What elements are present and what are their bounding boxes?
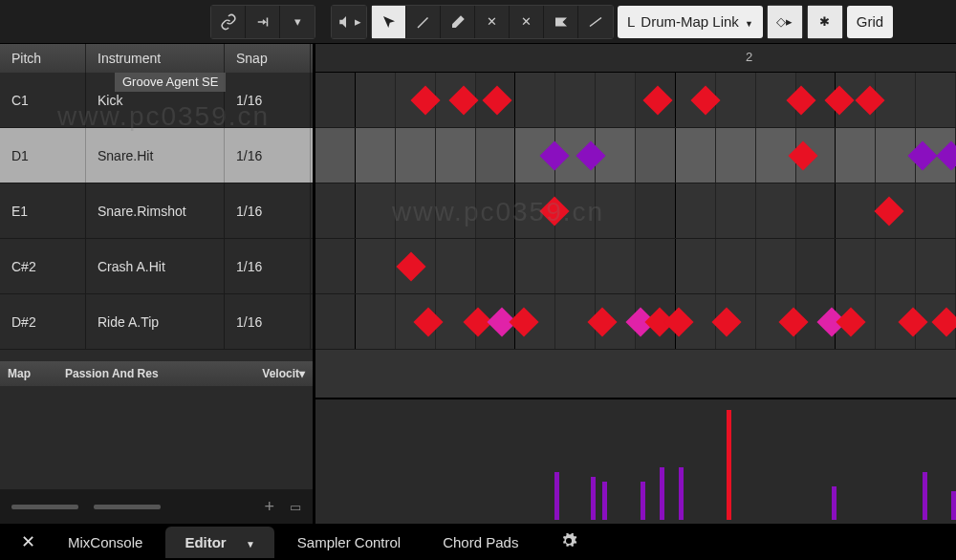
column-header-instrument[interactable]: Instrument — [86, 44, 225, 73]
tab-chord[interactable]: Chord Pads — [424, 527, 537, 558]
track-snap: 1/16 — [225, 73, 311, 127]
line-tool-icon[interactable] — [578, 6, 613, 38]
track-snap: 1/16 — [225, 128, 311, 183]
velocity-bar[interactable] — [591, 477, 596, 520]
velocity-bar[interactable] — [832, 486, 836, 520]
controller-label[interactable]: Velocit — [262, 367, 299, 380]
velocity-bar[interactable] — [727, 410, 731, 520]
track-instrument: Crash A.Hit — [86, 239, 225, 293]
velocity-bar[interactable] — [951, 491, 956, 520]
track-snap: 1/16 — [225, 294, 311, 349]
track-pitch: D1 — [0, 128, 86, 183]
track-snap: 1/16 — [225, 239, 311, 293]
map-label[interactable]: Map — [0, 361, 57, 386]
top-toolbar: ▾ ▸ ✕ ✕ L Drum-Map Link ◇▸ ✱ Grid — [0, 0, 956, 44]
chevron-down-icon: ▼ — [246, 539, 255, 549]
velocity-bar[interactable] — [554, 472, 559, 520]
grid-row[interactable] — [315, 128, 956, 183]
track-instrument: Snare.Hit — [86, 128, 225, 183]
bottom-tabs: ✕ MixConsole Editor ▼ Sampler Control Ch… — [0, 524, 956, 560]
drum-map-dropdown[interactable]: L Drum-Map Link — [618, 6, 763, 38]
velocity-bar[interactable] — [923, 472, 927, 520]
drumstick-tool-icon[interactable] — [406, 6, 441, 38]
tab-mixconsole[interactable]: MixConsole — [49, 527, 162, 558]
track-list-panel: Pitch Instrument Snap C1Kick1/16D1Snare.… — [0, 44, 315, 524]
velocity-bar[interactable] — [679, 467, 684, 520]
zoom-tool-icon[interactable] — [544, 6, 578, 38]
grid-row[interactable] — [315, 239, 956, 294]
arrow-tool-icon[interactable] — [372, 6, 406, 38]
tab-editor[interactable]: Editor ▼ — [165, 527, 273, 558]
note-grid[interactable] — [315, 73, 956, 398]
zoom-bar[interactable] — [94, 505, 161, 509]
plus-icon[interactable]: + — [264, 497, 274, 517]
column-header-snap[interactable]: Snap — [225, 44, 311, 73]
track-list-header: Pitch Instrument Snap — [0, 44, 313, 73]
track-snap: 1/16 — [225, 183, 311, 238]
grid-label: Grid — [857, 13, 883, 30]
velocity-bar[interactable] — [602, 482, 607, 520]
grid-row[interactable] — [315, 73, 956, 128]
speaker-icon[interactable]: ▸ — [332, 6, 366, 38]
timeline-ruler[interactable]: 2 — [315, 44, 956, 73]
page-icon[interactable]: ▭ — [290, 500, 301, 514]
zoom-bar[interactable] — [11, 505, 78, 509]
auto-scroll-icon[interactable] — [246, 6, 280, 38]
left-bottom-tools: + ▭ — [0, 489, 313, 524]
velocity-lane[interactable] — [315, 398, 956, 524]
map-name[interactable]: Passion And Res — [57, 361, 229, 386]
grid-row[interactable] — [315, 183, 956, 239]
track-instrument: Ride A.Tip — [86, 294, 225, 349]
drum-map-label: Drum-Map Link — [641, 13, 739, 30]
track-row[interactable]: E1Snare.Rimshot1/16 — [0, 183, 313, 239]
close-button[interactable]: ✕ — [11, 528, 45, 556]
track-header-label[interactable]: Groove Agent SE — [115, 73, 226, 92]
gear-icon[interactable] — [541, 525, 597, 560]
snap-icon[interactable]: ◇▸ — [768, 6, 802, 38]
map-row: Map Passion And Res Velocit▾ — [0, 361, 313, 386]
mute-tool-icon[interactable]: ✕ — [510, 6, 544, 38]
dropdown-toggle-icon[interactable]: ▾ — [280, 6, 315, 38]
track-pitch: C1 — [0, 73, 86, 127]
chevron-down-icon — [745, 13, 753, 30]
link-icon[interactable] — [211, 6, 246, 38]
velocity-bar[interactable] — [641, 482, 645, 520]
column-header-pitch[interactable]: Pitch — [0, 44, 86, 73]
track-row[interactable]: D#2Ride A.Tip1/16 — [0, 294, 313, 350]
grid-dropdown[interactable]: Grid — [847, 6, 893, 38]
track-row[interactable]: C#2Crash A.Hit1/16 — [0, 239, 313, 294]
track-pitch: D#2 — [0, 294, 86, 349]
close-tool-icon[interactable]: ✕ — [475, 6, 510, 38]
grid-row[interactable] — [315, 294, 956, 350]
eraser-tool-icon[interactable] — [441, 6, 475, 38]
tab-sampler[interactable]: Sampler Control — [278, 527, 420, 558]
track-row[interactable]: D1Snare.Hit1/16 — [0, 128, 313, 183]
drum-map-prefix: L — [627, 13, 635, 30]
track-instrument: Snare.Rimshot — [86, 183, 225, 238]
drum-grid-panel: 2 Groove Agent SE — [315, 44, 956, 524]
logo-overlay — [0, 0, 191, 46]
velocity-bar[interactable] — [660, 467, 664, 520]
grid-snap-icon[interactable]: ✱ — [808, 6, 842, 38]
track-pitch: E1 — [0, 183, 86, 238]
track-pitch: C#2 — [0, 239, 86, 293]
ruler-marker: 2 — [746, 50, 752, 64]
